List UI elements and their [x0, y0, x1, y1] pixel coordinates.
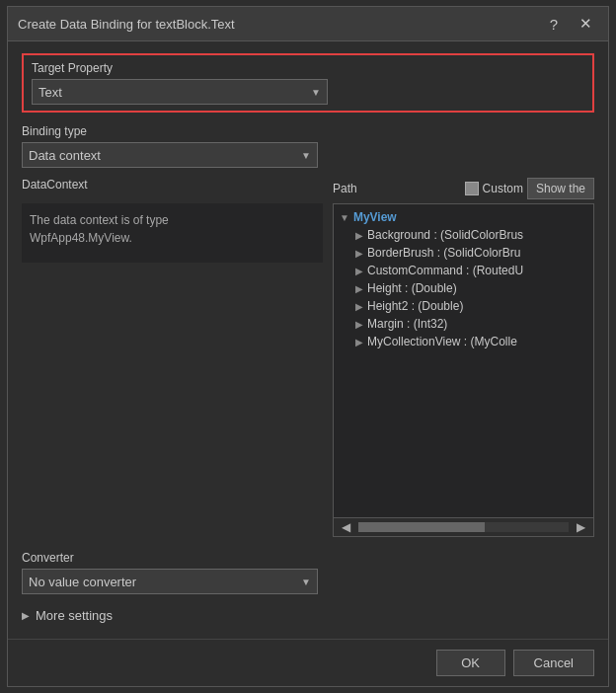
tree-item-label: BorderBrush : (SolidColorBru	[367, 246, 520, 260]
item-expand-icon: ▶	[355, 283, 363, 294]
scroll-track[interactable]	[358, 522, 569, 532]
tree-item[interactable]: ▶ CustomCommand : (RoutedU	[334, 262, 593, 279]
data-context-path-section: DataContext The data context is of type …	[22, 178, 594, 537]
data-context-description: The data context is of type WpfApp48.MyV…	[22, 203, 323, 263]
converter-section: Converter No value converter ▼	[22, 551, 594, 594]
target-property-section: Target Property Text ▼	[22, 53, 594, 113]
ok-button[interactable]: OK	[436, 650, 505, 676]
tree-item[interactable]: ▶ Margin : (Int32)	[334, 315, 593, 333]
title-bar: Create Data Binding for textBlock.Text ?…	[8, 7, 608, 41]
scroll-right-button[interactable]: ▶	[573, 520, 589, 534]
item-expand-icon: ▶	[355, 248, 363, 259]
dialog: Create Data Binding for textBlock.Text ?…	[7, 6, 609, 687]
title-bar-buttons: ? ✕	[544, 13, 598, 35]
binding-type-arrow: ▼	[301, 150, 311, 161]
scroll-left-button[interactable]: ◀	[338, 520, 354, 534]
show-the-button[interactable]: Show the	[527, 178, 594, 199]
custom-area: Custom Show the	[465, 178, 594, 199]
tree-item[interactable]: ▶ Background : (SolidColorBrus	[334, 226, 593, 244]
binding-type-label: Binding type	[22, 124, 594, 138]
binding-type-dropdown[interactable]: Data context ▼	[22, 142, 318, 168]
item-expand-icon: ▶	[355, 337, 363, 347]
item-expand-icon: ▶	[355, 266, 363, 276]
tree-item[interactable]: ▶ Height : (Double)	[334, 279, 593, 297]
dc-desc-line2: WpfApp48.MyView.	[30, 231, 132, 245]
path-tree: ▼ MyView ▶ Background : (SolidColorBrus …	[333, 203, 594, 537]
help-button[interactable]: ?	[544, 14, 564, 35]
dc-desc-line1: The data context is of type	[30, 213, 169, 227]
left-panel: DataContext The data context is of type …	[22, 178, 323, 537]
tree-root[interactable]: ▼ MyView	[334, 208, 593, 226]
converter-arrow: ▼	[301, 577, 311, 587]
item-expand-icon: ▶	[355, 230, 363, 241]
target-property-label: Target Property	[32, 61, 584, 75]
converter-value: No value converter	[29, 575, 136, 589]
path-label: Path	[333, 182, 357, 195]
dialog-footer: OK Cancel	[8, 639, 608, 686]
tree-item[interactable]: ▶ BorderBrush : (SolidColorBru	[334, 244, 593, 262]
scroll-thumb	[358, 522, 485, 532]
tree-scroll-area[interactable]: ▼ MyView ▶ Background : (SolidColorBrus …	[334, 204, 593, 517]
binding-type-value: Data context	[29, 148, 101, 163]
root-expand-icon: ▼	[340, 212, 349, 223]
tree-root-label: MyView	[353, 210, 397, 224]
tree-item-label: Margin : (Int32)	[367, 317, 447, 331]
item-expand-icon: ▶	[355, 301, 363, 312]
tree-item[interactable]: ▶ MyCollectionView : (MyColle	[334, 333, 593, 350]
more-settings[interactable]: ▶ More settings	[22, 604, 594, 627]
tree-item-label: Background : (SolidColorBrus	[367, 228, 523, 242]
close-button[interactable]: ✕	[574, 13, 598, 35]
custom-checkbox[interactable]	[465, 182, 479, 195]
tree-item-label: CustomCommand : (RoutedU	[367, 264, 523, 277]
tree-item-label: Height2 : (Double)	[367, 299, 463, 313]
converter-dropdown[interactable]: No value converter ▼	[22, 569, 318, 594]
right-panel: Path Custom Show the ▼ MyView	[333, 178, 594, 537]
tree-item-label: MyCollectionView : (MyColle	[367, 335, 517, 348]
cancel-button[interactable]: Cancel	[513, 650, 594, 676]
custom-label: Custom	[483, 182, 523, 195]
dialog-body: Target Property Text ▼ Binding type Data…	[8, 41, 608, 639]
dialog-title: Create Data Binding for textBlock.Text	[18, 17, 235, 32]
more-settings-triangle: ▶	[22, 610, 30, 621]
tree-item[interactable]: ▶ Height2 : (Double)	[334, 297, 593, 315]
tree-item-label: Height : (Double)	[367, 281, 457, 295]
horizontal-scrollbar[interactable]: ◀ ▶	[334, 517, 593, 536]
target-property-dropdown[interactable]: Text ▼	[32, 79, 328, 105]
more-settings-label: More settings	[36, 608, 113, 623]
converter-label: Converter	[22, 551, 594, 565]
item-expand-icon: ▶	[355, 319, 363, 330]
binding-type-section: Binding type Data context ▼	[22, 124, 594, 168]
target-property-arrow: ▼	[311, 87, 321, 98]
data-context-label: DataContext	[22, 178, 323, 192]
path-header: Path Custom Show the	[333, 178, 594, 199]
target-property-value: Text	[38, 85, 62, 100]
